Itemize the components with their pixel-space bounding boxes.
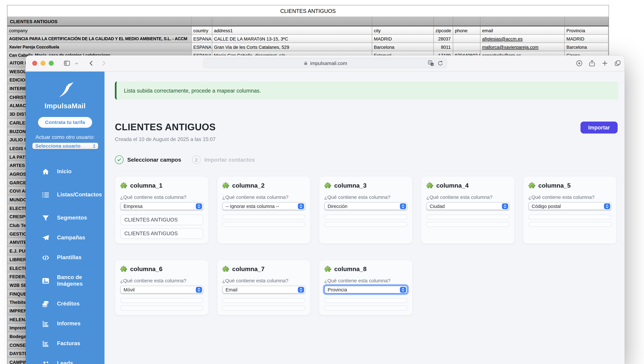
column-type-select[interactable]: Provincia	[324, 286, 408, 294]
sample-cell: CLIENTES ANTIGUOS	[120, 228, 204, 239]
select-stepper-icon	[196, 287, 202, 292]
zoom-window-button[interactable]	[49, 61, 54, 66]
puzzle-icon	[222, 265, 229, 272]
column-type-select[interactable]: Código postal	[528, 202, 612, 210]
sidebar-item-facturas[interactable]: Facturas	[26, 333, 104, 353]
sample-cell	[222, 298, 305, 303]
import-button[interactable]: Importar	[580, 122, 618, 134]
funnel-icon	[41, 214, 50, 222]
translate-icon[interactable]: Aa	[428, 60, 434, 66]
browser-toolbar: impulsamail.com Aa	[26, 55, 625, 72]
table-cell[interactable]: Gran Via de les Corts Catalanes, 529	[212, 43, 372, 51]
downloads-icon[interactable]	[576, 60, 583, 67]
column-type-select[interactable]: -- Ignorar esta columna --	[222, 202, 305, 210]
table-cell[interactable]: Xavier Pareja Cozcolluela	[8, 43, 192, 51]
spreadsheet-band-cell	[434, 17, 453, 26]
impulsamail-logo-icon	[55, 81, 75, 99]
puzzle-icon	[528, 182, 536, 189]
spreadsheet-title: CLIENTES ANTIGUOS	[8, 6, 608, 17]
table-cell[interactable]: ESPANA	[192, 43, 212, 51]
column-header-cell[interactable]: phone	[453, 27, 480, 35]
user-select-value: Selecciona usuario	[35, 143, 80, 149]
column-type-select[interactable]: Dirección	[324, 202, 408, 210]
sidebar-item-segmentos[interactable]: Segmentos	[26, 208, 104, 228]
minimize-window-button[interactable]	[40, 61, 46, 66]
column-header-cell[interactable]: email	[480, 27, 565, 35]
card-title: columna_6	[130, 265, 162, 272]
sidebar-item-campa-as[interactable]: Campañas	[26, 228, 104, 248]
table-cell[interactable]: 8011	[434, 43, 453, 51]
column-header-cell[interactable]: city	[372, 27, 434, 35]
table-cell[interactable]: ESPANA	[192, 35, 212, 43]
column-header-cell[interactable]: Provincia	[565, 27, 608, 35]
table-cell[interactable]: AGENCIA PARA LA CERTIFICACIÓN DE LA CALI…	[8, 35, 192, 43]
sample-cell	[528, 222, 612, 227]
created-date: Creada el 10 de August de 2025 a las 15:…	[115, 136, 618, 142]
contract-plan-button[interactable]: Contrata tu tarifa	[38, 117, 92, 128]
step1-label: Seleccionar campos	[127, 157, 181, 163]
back-button[interactable]	[87, 59, 96, 68]
sidebar-item-informes[interactable]: Informes	[26, 314, 104, 333]
table-cell[interactable]	[453, 43, 480, 51]
card-question: ¿Qué contiene esta columna?	[528, 194, 612, 200]
sidebar-item-cr-ditos[interactable]: Créditos	[26, 294, 104, 314]
column-header-cell[interactable]: country	[192, 27, 212, 35]
sidebar-toggle-icon[interactable]	[63, 59, 71, 68]
url-text: impulsamail.com	[310, 60, 347, 66]
step1-check-icon	[115, 155, 124, 164]
column-header-cell[interactable]: company	[8, 27, 192, 35]
spreadsheet-band-row: CLIENTES ANTIGUOS	[8, 17, 608, 27]
card-title: columna_7	[232, 265, 264, 272]
column-header-cell[interactable]: zipcode	[434, 27, 453, 35]
forward-button[interactable]	[100, 59, 108, 68]
card-question: ¿Qué contiene esta columna?	[324, 194, 408, 200]
chevron-down-icon[interactable]	[72, 59, 80, 68]
table-cell[interactable]: Barcelona	[565, 43, 608, 51]
user-select[interactable]: Selecciona usuario	[32, 143, 98, 149]
sample-cell	[528, 215, 612, 219]
tab-overview-icon[interactable]	[614, 60, 621, 67]
column-type-select[interactable]: Email	[222, 286, 305, 294]
column-card-columna_7: columna_7¿Qué contiene esta columna?Emai…	[217, 259, 311, 315]
spreadsheet-header-row: companycountryaddress1cityzipcodephoneem…	[8, 27, 608, 35]
column-type-select[interactable]: Ciudad	[426, 202, 510, 210]
column-type-select[interactable]: Móvil	[120, 286, 204, 294]
spreadsheet-band-cell: CLIENTES ANTIGUOS	[8, 17, 192, 26]
table-cell[interactable]: Barcelona	[372, 43, 434, 51]
new-tab-icon[interactable]	[601, 60, 608, 67]
reload-icon[interactable]	[437, 60, 444, 66]
column-header-cell[interactable]: address1	[212, 27, 372, 35]
table-cell[interactable]	[453, 35, 480, 43]
share-icon[interactable]	[588, 60, 596, 67]
spreadsheet-band-cell	[192, 17, 212, 26]
spreadsheet-table: CLIENTES ANTIGUOS CLIENTES ANTIGUOS comp…	[7, 5, 609, 60]
card-question: ¿Qué contiene esta columna?	[120, 194, 204, 200]
puzzle-icon	[120, 265, 128, 272]
table-cell[interactable]: MADRID	[372, 35, 434, 43]
card-question: ¿Qué contiene esta columna?	[324, 278, 408, 283]
address-bar[interactable]: impulsamail.com Aa	[203, 58, 447, 68]
sidebar-item-plantillas[interactable]: Plantillas	[26, 248, 104, 267]
select-arrows-icon	[92, 143, 96, 149]
sidebar-item-listas-contactos[interactable]: Listas/Contactos	[26, 182, 104, 208]
table-cell[interactable]: CALLE DE LA MARATóN 13-15, 3ºC	[212, 35, 372, 43]
step2-number: 2	[192, 155, 201, 164]
sidebar-item-label: Listas/Contactos	[57, 191, 100, 198]
table-cell[interactable]: MADRID	[565, 35, 608, 43]
sidebar-item-leads[interactable]: Leads	[26, 353, 104, 364]
sidebar-item-banco-de-im-genes[interactable]: Banco de Imágenes	[26, 267, 104, 294]
table-cell[interactable]: afiglesias@accm.es	[480, 35, 565, 43]
list-icon	[41, 191, 50, 199]
table-cell[interactable]: 28037	[434, 35, 453, 43]
spreadsheet-band-cell	[480, 17, 565, 26]
sidebar-item-inicio[interactable]: Inicio	[26, 162, 104, 182]
table-cell[interactable]: mallorca@xavierpareja.com	[480, 43, 565, 51]
column-type-select[interactable]: Empresa	[120, 202, 204, 210]
sample-list	[426, 215, 510, 227]
select-value: Dirección	[328, 204, 348, 209]
close-window-button[interactable]	[32, 61, 37, 66]
select-value: Código postal	[532, 204, 561, 209]
sample-cell	[426, 222, 510, 227]
card-header: columna_8	[324, 265, 408, 272]
sample-list	[222, 215, 305, 227]
